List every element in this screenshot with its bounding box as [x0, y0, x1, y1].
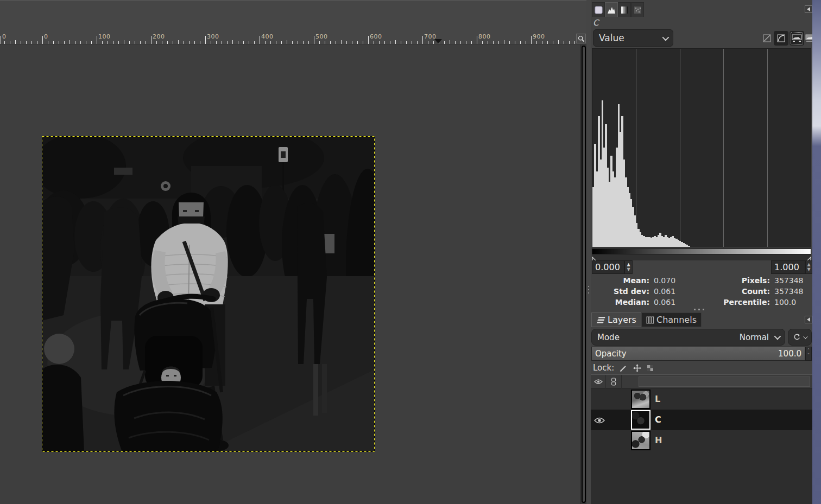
layer-thumbnail[interactable] [631, 410, 651, 430]
stat-label: Mean: [591, 276, 649, 285]
histogram-plot [592, 48, 811, 247]
histogram-gradient-strip [592, 248, 811, 254]
range-high-spinner[interactable]: ▲ ▼ [805, 260, 812, 274]
canvas-image[interactable] [42, 136, 375, 452]
mode-options-button[interactable] [788, 329, 812, 346]
canvas-vertical-scrollbar[interactable] [580, 44, 586, 504]
pane-resize-grip[interactable] [694, 309, 707, 310]
stat-label: Count: [690, 287, 770, 296]
spin-down-icon[interactable]: ▼ [807, 267, 810, 272]
mode-label: Mode [597, 333, 620, 342]
opacity-slider[interactable]: Opacity 100.0 [591, 347, 805, 361]
layer-row-C[interactable]: C [591, 410, 812, 430]
eye-icon [594, 417, 605, 424]
histogram-range-icon [792, 34, 802, 42]
lock-alpha-button[interactable] [647, 365, 654, 372]
layers-dock-tab-bar: Layers Channels [591, 312, 702, 327]
image-canvas[interactable] [0, 44, 580, 504]
divider-grip[interactable] [588, 286, 589, 296]
range-low-input[interactable]: 0.000 [592, 260, 624, 274]
chain-icon [611, 378, 616, 386]
linear-histogram-button[interactable] [761, 33, 773, 44]
lock-position-button[interactable] [633, 364, 641, 372]
gradients-icon [621, 6, 629, 14]
chevron-down-icon [662, 34, 670, 41]
tab-patterns[interactable] [631, 2, 644, 17]
stat-value: 0.070 [649, 276, 690, 285]
layer-mode-select[interactable]: Mode Normal [591, 329, 785, 346]
gimp-window: 00100200300400500600700800900 [0, 0, 821, 504]
tab-channels[interactable]: Channels [641, 312, 702, 327]
paintbrush-lock-icon [620, 364, 628, 372]
histogram-statistics: Mean: 0.070 Pixels: 357348 Std dev: 0.06… [591, 276, 812, 307]
window-edge-scrollbar[interactable] [812, 0, 821, 504]
range-high-value: 1.000 [774, 262, 799, 272]
opacity-label: Opacity [595, 349, 627, 359]
zoom-follow-window-button[interactable] [576, 34, 586, 43]
menu-arrow-icon [807, 317, 810, 322]
stat-label: Pixels: [690, 276, 770, 285]
alpha-lock-icon [647, 365, 654, 372]
channel-select[interactable]: Value [593, 29, 673, 47]
layer-thumbnail[interactable] [631, 431, 651, 450]
mode-value: Normal [740, 333, 769, 342]
layers-menu-button[interactable] [805, 316, 812, 323]
menu-arrow-icon [807, 7, 810, 11]
right-dock-panel: C Value [591, 0, 812, 504]
linear-histogram-icon [763, 34, 771, 42]
tab-histogram[interactable] [605, 2, 618, 17]
pointer-position-marker [434, 39, 442, 43]
layer-name: C [655, 414, 661, 425]
range-low-value: 0.000 [595, 262, 620, 272]
stat-value: 357348 [770, 287, 812, 296]
logarithmic-histogram-button[interactable] [774, 31, 788, 46]
reset-icon [793, 334, 800, 341]
dock-divider[interactable] [586, 0, 591, 504]
brushes-icon [595, 6, 603, 14]
scrollbar-thumb[interactable] [582, 46, 586, 503]
spin-down-icon[interactable]: ˅ [807, 354, 810, 359]
chevron-down-icon [774, 333, 781, 340]
histogram-menu-button[interactable] [805, 5, 812, 13]
canvas-top-strip [0, 0, 586, 33]
link-column-header[interactable] [606, 375, 622, 388]
magnifier-icon [578, 35, 585, 42]
layer-thumbnail[interactable] [631, 390, 651, 409]
logarithmic-histogram-icon [777, 34, 785, 42]
layer-list: L C H [591, 374, 812, 504]
range-high-input[interactable]: 1.000 [771, 260, 805, 274]
tab-layers[interactable]: Layers [591, 312, 641, 327]
histogram-bars [592, 49, 811, 247]
eye-icon [594, 379, 603, 385]
channel-select-value: Value [599, 33, 624, 43]
layer-name: H [655, 435, 662, 445]
stat-value: 100.0 [770, 298, 812, 307]
dock-tab-bar [592, 2, 644, 17]
tab-channels-label: Channels [656, 315, 697, 325]
photo-street-scene [42, 136, 375, 452]
chevron-down-icon [803, 334, 807, 339]
tab-gradients[interactable] [618, 2, 631, 17]
visibility-column-header[interactable] [591, 375, 606, 388]
histogram-range-slider[interactable] [592, 254, 811, 260]
opacity-spinner[interactable]: ˄ ˅ [805, 347, 812, 361]
horizontal-ruler[interactable]: 00100200300400500600700800900 [0, 33, 586, 44]
channels-icon [646, 316, 654, 324]
histogram-drawable-label: C [593, 18, 598, 28]
layer-row-L[interactable]: L [591, 389, 812, 410]
range-low-spinner[interactable]: ▲ ▼ [624, 260, 633, 274]
histogram-range-button[interactable] [790, 31, 804, 46]
tab-layers-label: Layers [608, 315, 636, 325]
name-column-header [639, 377, 810, 387]
layer-list-header [591, 375, 812, 388]
lock-pixels-button[interactable] [620, 364, 628, 372]
visibility-toggle[interactable] [594, 416, 605, 426]
layer-name: L [655, 394, 660, 404]
move-lock-icon [633, 364, 641, 372]
stat-value: 0.061 [649, 287, 690, 296]
spin-down-icon[interactable]: ▼ [627, 267, 630, 272]
layers-icon [596, 316, 605, 324]
stat-label: Std dev: [591, 287, 649, 296]
tab-brushes[interactable] [592, 2, 605, 17]
layer-row-H[interactable]: H [591, 430, 812, 451]
